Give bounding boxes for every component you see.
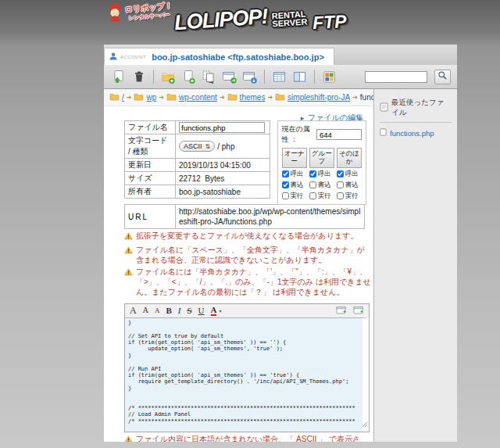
copy-move-icon[interactable]	[201, 69, 217, 85]
attribute-label: 現在の属性 ：	[282, 124, 315, 145]
perm-owner-read[interactable]: 呼出	[282, 169, 307, 179]
warning-icon	[124, 435, 133, 442]
permission-column-others: そのほか 呼出 書込	[337, 148, 362, 201]
perm-group-read-checkbox[interactable]	[309, 170, 316, 177]
desktop-background: ロリポップ！ レンタルサーバー LOLIPOP! Rental Server F…	[0, 0, 500, 448]
toolbar-divider	[264, 70, 265, 84]
window-upload-icon[interactable]	[221, 69, 238, 85]
split-view-icon[interactable]	[291, 69, 308, 85]
resize-handle[interactable]	[362, 417, 368, 431]
permission-column-owner: オーナー 呼出 書込	[282, 148, 307, 201]
warning-forbidden-chars: ファイル名には「半角カタカナ」、「'」、「"」、「:」、「¥」、「>」、「<」、…	[124, 267, 373, 297]
window-save-icon[interactable]	[241, 69, 258, 85]
code-editor: A A A B I S U A ▾	[124, 303, 370, 432]
perm-owner-exec[interactable]: 実行	[282, 191, 307, 201]
browser-viewport: ACCOUNT boo.jp-satoshiabe <ftp.satoshiab…	[104, 45, 457, 442]
code-textarea[interactable]: } // Set API to true by default if (trim…	[125, 317, 369, 432]
perm-group-exec-checkbox[interactable]	[309, 192, 316, 199]
font-small-button[interactable]: A	[155, 307, 160, 314]
bold-button[interactable]: B	[166, 306, 171, 315]
search-button[interactable]	[434, 70, 451, 84]
search-input[interactable]	[365, 71, 427, 83]
warning-ascii: ファイル内容に日本語が含まれない場合、「 ASCII 」 で表示され、文字コード…	[124, 435, 373, 442]
sidebar-divider	[380, 122, 452, 123]
breadcrumb-arrow-icon: ➜	[352, 94, 358, 101]
recent-files-icon	[380, 102, 388, 113]
logo-badge: ロリポップ！ レンタルサーバー	[124, 0, 173, 22]
strikethrough-button[interactable]: S	[187, 306, 191, 315]
site-logo: ロリポップ！ レンタルサーバー LOLIPOP! Rental Server F…	[106, 2, 346, 33]
tab-account[interactable]: ACCOUNT boo.jp-satoshiabe <ftp.satoshiab…	[104, 48, 334, 65]
group-column-header[interactable]: グループ	[309, 148, 334, 168]
chevron-down-icon[interactable]: ▾	[219, 308, 221, 314]
owner-value: boo.jp-satoshiabe	[175, 185, 270, 198]
perm-label: 書込	[318, 181, 331, 190]
open-window-icon[interactable]	[336, 306, 347, 315]
breadcrumb-link-theme-dir[interactable]: simpleshift-pro-JA	[288, 93, 350, 102]
font-large-button[interactable]: A	[130, 306, 137, 315]
perm-others-read-checkbox[interactable]	[337, 170, 344, 177]
recent-files-title: 最近使ったファイル	[391, 98, 452, 118]
font-medium-button[interactable]: A	[143, 306, 148, 314]
charset-value: ASCII	[184, 142, 202, 150]
breadcrumb-arrow-icon: ➜	[267, 94, 273, 101]
breadcrumb: / ➜ wp ➜ wp-content ➜ themes ➜ simpleshi…	[104, 89, 373, 106]
page-body: / ➜ wp ➜ wp-content ➜ themes ➜ simpleshi…	[104, 89, 457, 442]
new-file-icon[interactable]	[180, 69, 197, 85]
charset-select[interactable]: ASCII ⇅	[179, 141, 215, 152]
main-toolbar	[104, 65, 457, 89]
updated-value: 2019/10/13 04:15:00	[175, 159, 270, 171]
perm-others-exec[interactable]: 実行	[337, 191, 362, 201]
warning-text: ファイル内容に日本語が含まれない場合、「 ASCII 」 で表示され、文字コード…	[136, 435, 373, 442]
underline-button[interactable]: U	[198, 306, 205, 315]
breadcrumb-link-wp[interactable]: wp	[146, 93, 156, 102]
new-folder-icon[interactable]	[160, 69, 177, 85]
perm-label: 呼出	[318, 170, 331, 179]
perm-owner-exec-checkbox[interactable]	[282, 192, 289, 199]
tab-bar: ACCOUNT boo.jp-satoshiabe <ftp.satoshiab…	[104, 45, 457, 65]
breadcrumb-link-root[interactable]: /	[122, 93, 124, 102]
text-color-button[interactable]: A	[211, 306, 217, 316]
updated-label: 更新日	[125, 159, 175, 171]
breadcrumb-link-themes[interactable]: themes	[240, 93, 266, 102]
breadcrumb-link-wp-content[interactable]: wp-content	[179, 93, 217, 102]
perm-others-exec-checkbox[interactable]	[337, 192, 344, 199]
owner-column-header[interactable]: オーナー	[282, 148, 307, 168]
others-column-header[interactable]: そのほか	[337, 148, 362, 168]
open-window-alt-icon[interactable]	[353, 306, 364, 315]
logo-subtitle: Rental Server	[271, 9, 307, 27]
table-row: 所有者 boo.jp-satoshiabe	[125, 185, 270, 199]
italic-button[interactable]: I	[178, 306, 181, 315]
perm-others-write[interactable]: 書込	[337, 180, 362, 190]
upload-icon[interactable]	[110, 69, 127, 85]
attribute-input[interactable]	[316, 129, 362, 140]
folder-icon	[134, 93, 144, 102]
perm-owner-write[interactable]: 書込	[282, 180, 307, 190]
perm-label: 実行	[318, 192, 331, 201]
account-icon	[109, 50, 118, 64]
table-row: サイズ 22712 Bytes	[125, 172, 270, 185]
search-icon	[438, 70, 448, 84]
recent-file-item[interactable]: functions.php	[380, 128, 452, 138]
table-row: 更新日 2019/10/13 04:15:00	[125, 159, 270, 172]
palette-icon[interactable]	[321, 69, 338, 85]
permission-column-group: グループ 呼出 書込	[309, 148, 334, 201]
perm-group-write[interactable]: 書込	[309, 180, 334, 190]
owner-label: 所有者	[125, 185, 175, 198]
filename-input[interactable]	[179, 122, 265, 133]
perm-group-write-checkbox[interactable]	[309, 181, 316, 188]
file-type: / php	[217, 142, 234, 151]
size-value: 22712 Bytes	[175, 172, 270, 185]
perm-others-read[interactable]: 呼出	[337, 169, 362, 179]
logo-title: LOLIPOP!	[173, 5, 268, 35]
perm-owner-read-checkbox[interactable]	[282, 170, 289, 177]
perm-label: 呼出	[291, 170, 304, 179]
perm-others-write-checkbox[interactable]	[337, 181, 344, 188]
perm-group-exec[interactable]: 実行	[309, 191, 334, 201]
logo-server: Server	[272, 17, 308, 27]
grid-view-icon[interactable]	[271, 69, 288, 85]
perm-group-read[interactable]: 呼出	[309, 169, 334, 179]
file-meta-table: ファイル名 文字コード / 種類 ASCII ⇅	[124, 120, 270, 199]
perm-owner-write-checkbox[interactable]	[282, 181, 289, 188]
trash-icon[interactable]	[130, 69, 147, 85]
